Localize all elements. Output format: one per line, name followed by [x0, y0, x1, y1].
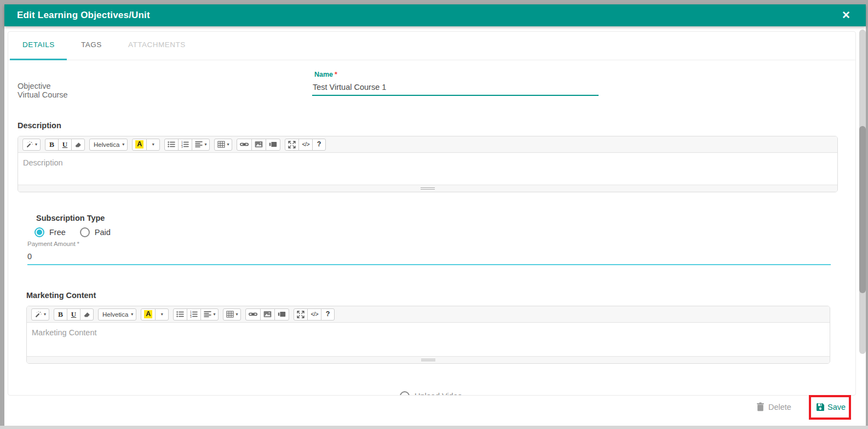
active-tab-indicator: [10, 59, 67, 60]
scrollbar-thumb[interactable]: [859, 126, 866, 293]
radio-button-icon: [80, 227, 90, 237]
video-button[interactable]: [266, 139, 280, 151]
eraser-button[interactable]: [71, 139, 85, 151]
chevron-down-icon: ▾: [122, 142, 124, 147]
toolbar-button-group: BU: [45, 139, 85, 151]
resize-grip-icon: [421, 187, 435, 190]
fullscreen-button[interactable]: [285, 139, 299, 151]
link-button[interactable]: [245, 308, 261, 321]
picture-button[interactable]: [260, 308, 275, 321]
unordered-list-icon: [176, 311, 184, 318]
dialog-title: Edit Learning Objectives/Unit: [17, 10, 150, 21]
name-field-label: Name*: [314, 71, 337, 78]
toolbar-button-group: [237, 139, 280, 151]
font-name-value: Helvetica: [93, 141, 120, 148]
caret-only-button[interactable]: ▾: [155, 308, 169, 321]
help-button[interactable]: ?: [312, 139, 326, 151]
picture-icon: [263, 311, 272, 318]
ordered-list-button[interactable]: 123: [178, 139, 192, 151]
radio-button-icon: [35, 227, 44, 237]
magic-wand-icon: [26, 141, 33, 148]
toolbar-button-group: ▾: [31, 308, 49, 321]
chevron-down-icon: ▾: [152, 142, 154, 147]
magic-wand-icon: [35, 311, 42, 318]
delete-button[interactable]: Delete: [756, 402, 791, 411]
chevron-down-icon: ▾: [213, 312, 215, 317]
radio-free-label: Free: [49, 228, 66, 237]
picture-icon: [255, 141, 263, 148]
dialog-content-card: DETAILS TAGS ATTACHMENTS Objective Virtu…: [8, 31, 856, 396]
link-icon: [249, 311, 257, 318]
radio-paid[interactable]: Paid: [80, 227, 111, 237]
toolbar-button-group: Helvetica▾: [98, 308, 136, 321]
eraser-button[interactable]: [80, 308, 94, 321]
table-icon: [217, 141, 225, 148]
paragraph-align-icon: [195, 141, 203, 148]
toolbar-button-group: </>?: [294, 308, 335, 321]
description-editor-body[interactable]: Description: [18, 153, 837, 185]
toolbar-button-group: Helvetica▾: [89, 139, 128, 151]
video-icon: [269, 141, 277, 148]
ordered-list-icon: 123: [190, 311, 198, 318]
payment-amount-input[interactable]: 0: [27, 252, 32, 261]
table-button[interactable]: ▾: [214, 139, 232, 151]
tab-tags[interactable]: TAGS: [81, 41, 102, 49]
eraser-icon: [83, 311, 90, 318]
objective-line1: Objective: [18, 82, 68, 91]
toolbar-button-group: ▾: [214, 139, 232, 151]
code-view-button[interactable]: </>: [298, 139, 313, 151]
save-button[interactable]: Save: [816, 403, 846, 411]
marketing-editor-body[interactable]: Marketing Content: [27, 323, 830, 356]
table-icon: [226, 311, 234, 318]
code-view-icon: </>: [302, 141, 309, 147]
code-view-button[interactable]: </>: [307, 308, 321, 321]
link-icon: [240, 141, 249, 148]
radio-upload-video-clipped[interactable]: Upload Video: [400, 391, 462, 396]
description-resize-handle[interactable]: [18, 185, 837, 192]
toolbar-button-group: ▾: [22, 139, 41, 151]
font-color-button[interactable]: A: [132, 139, 147, 151]
radio-paid-label: Paid: [95, 228, 111, 237]
marketing-editor-toolbar: ▾BUHelvetica▾A▾123▾▾</>?: [27, 306, 830, 323]
video-button[interactable]: [274, 308, 289, 321]
unordered-list-button[interactable]: [173, 308, 187, 321]
name-input[interactable]: Test Virtual Course 1: [313, 83, 386, 91]
underline-button[interactable]: U: [58, 139, 72, 151]
caret-only-button[interactable]: ▾: [146, 139, 160, 151]
bold-button[interactable]: B: [54, 308, 67, 321]
table-button[interactable]: ▾: [223, 308, 241, 321]
help-button[interactable]: ?: [321, 308, 335, 321]
bold-button[interactable]: B: [45, 139, 59, 151]
dialog-header: Edit Learning Objectives/Unit ✕: [4, 4, 866, 26]
unordered-list-button[interactable]: [164, 139, 179, 151]
magic-wand-button[interactable]: ▾: [22, 139, 41, 151]
required-asterisk: *: [335, 71, 337, 78]
description-heading: Description: [18, 121, 61, 130]
font-name-button[interactable]: Helvetica▾: [98, 308, 136, 321]
close-icon[interactable]: ✕: [842, 9, 850, 21]
radio-free[interactable]: Free: [35, 227, 66, 237]
toolbar-button-group: A▾: [132, 139, 160, 151]
fullscreen-icon: [297, 311, 304, 318]
underline-button[interactable]: U: [67, 308, 81, 321]
paragraph-align-button[interactable]: ▾: [200, 308, 219, 321]
chevron-down-icon: ▾: [204, 142, 206, 147]
ordered-list-button[interactable]: 123: [187, 308, 201, 321]
screen-bottom-edge: [0, 426, 868, 429]
tab-details[interactable]: DETAILS: [22, 41, 55, 49]
marketing-resize-handle[interactable]: [27, 356, 830, 363]
picture-button[interactable]: [251, 139, 266, 151]
font-color-button[interactable]: A: [141, 308, 156, 321]
magic-wand-button[interactable]: ▾: [31, 308, 49, 321]
link-button[interactable]: [237, 139, 252, 151]
help-icon: ?: [326, 311, 330, 318]
underline-icon: U: [71, 311, 76, 318]
bold-icon: B: [49, 141, 54, 148]
unordered-list-icon: [168, 141, 175, 148]
fullscreen-button[interactable]: [294, 308, 308, 321]
resize-grip-icon: [421, 359, 435, 361]
radio-button-icon: [400, 391, 410, 396]
paragraph-align-button[interactable]: ▾: [192, 139, 210, 151]
font-name-button[interactable]: Helvetica▾: [89, 139, 128, 151]
help-icon: ?: [317, 141, 321, 148]
